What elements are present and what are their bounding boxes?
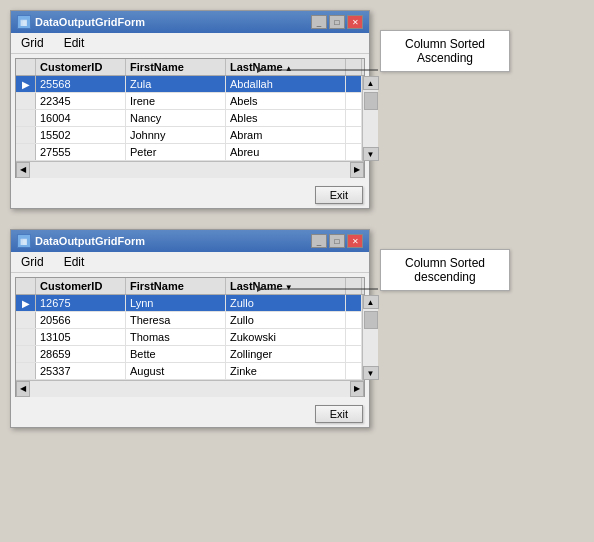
header-indicator-bottom (16, 278, 36, 294)
annotation-arrow-top (250, 55, 380, 115)
menu-bar-top: Grid Edit (11, 33, 369, 54)
cell-firstname: Theresa (126, 312, 226, 328)
row-indicator (16, 363, 36, 379)
cell-id: 25568 (36, 76, 126, 92)
cell-id: 15502 (36, 127, 126, 143)
cell-pad (346, 144, 362, 160)
row-indicator (16, 93, 36, 109)
cell-id: 28659 (36, 346, 126, 362)
cell-firstname: Thomas (126, 329, 226, 345)
cell-pad (346, 363, 362, 379)
table-row[interactable]: 28659 Bette Zollinger (16, 346, 362, 363)
exit-btn-bottom[interactable]: Exit (315, 405, 363, 423)
cell-id: 27555 (36, 144, 126, 160)
row-indicator: ▶ (16, 76, 36, 92)
exit-btn-top[interactable]: Exit (315, 186, 363, 204)
menu-edit-top[interactable]: Edit (58, 35, 91, 51)
scrollbar-h-bottom[interactable]: ◀ ▶ (16, 380, 364, 396)
bottom-window-group: ▦ DataOutputGridForm _ □ ✕ Grid Edit (10, 229, 584, 428)
scroll-track-h-bottom (30, 381, 350, 397)
row-indicator (16, 312, 36, 328)
window-icon-bottom: ▦ (17, 234, 31, 248)
menu-grid-bottom[interactable]: Grid (15, 254, 50, 270)
table-row[interactable]: 15502 Johnny Abram (16, 127, 362, 144)
scrollbar-h-top[interactable]: ◀ ▶ (16, 161, 364, 177)
minimize-btn-bottom[interactable]: _ (311, 234, 327, 248)
close-btn-top[interactable]: ✕ (347, 15, 363, 29)
footer-bottom: Exit (11, 401, 369, 427)
cell-lastname: Abreu (226, 144, 346, 160)
menu-grid-top[interactable]: Grid (15, 35, 50, 51)
cell-id: 20566 (36, 312, 126, 328)
scroll-right-btn-bottom[interactable]: ▶ (350, 381, 364, 397)
top-window-group: ▦ DataOutputGridForm _ □ ✕ Grid Edit (10, 10, 584, 209)
cell-id: 22345 (36, 93, 126, 109)
cell-firstname: Lynn (126, 295, 226, 311)
cell-id: 13105 (36, 329, 126, 345)
cell-firstname: Peter (126, 144, 226, 160)
annotation-arrow-bottom (250, 274, 380, 334)
annotation-top: Column Sorted Ascending (380, 30, 510, 72)
header-customerid-bottom[interactable]: CustomerID (36, 278, 126, 294)
title-bar-top: ▦ DataOutputGridForm _ □ ✕ (11, 11, 369, 33)
screenshot-area: ▦ DataOutputGridForm _ □ ✕ Grid Edit (10, 10, 584, 428)
menu-edit-bottom[interactable]: Edit (58, 254, 91, 270)
row-indicator (16, 144, 36, 160)
scroll-left-btn-bottom[interactable]: ◀ (16, 381, 30, 397)
maximize-btn-bottom[interactable]: □ (329, 234, 345, 248)
scroll-down-btn-bottom[interactable]: ▼ (363, 366, 379, 380)
cell-id: 12675 (36, 295, 126, 311)
close-btn-bottom[interactable]: ✕ (347, 234, 363, 248)
cell-id: 16004 (36, 110, 126, 126)
annotation-box-bottom: Column Sorted descending (380, 249, 510, 291)
window-icon-top: ▦ (17, 15, 31, 29)
cell-firstname: Irene (126, 93, 226, 109)
footer-top: Exit (11, 182, 369, 208)
cell-lastname: Zinke (226, 363, 346, 379)
row-indicator (16, 329, 36, 345)
header-firstname-top[interactable]: FirstName (126, 59, 226, 75)
table-row[interactable]: 25337 August Zinke (16, 363, 362, 380)
cell-firstname: Johnny (126, 127, 226, 143)
window-title-bottom: DataOutputGridForm (35, 235, 145, 247)
cell-pad (346, 346, 362, 362)
scroll-left-btn-top[interactable]: ◀ (16, 162, 30, 178)
menu-bar-bottom: Grid Edit (11, 252, 369, 273)
row-indicator: ▶ (16, 295, 36, 311)
cell-firstname: August (126, 363, 226, 379)
cell-firstname: Zula (126, 76, 226, 92)
cell-lastname: Zollinger (226, 346, 346, 362)
annotation-text-bottom: Column Sorted descending (405, 256, 485, 284)
header-firstname-bottom[interactable]: FirstName (126, 278, 226, 294)
maximize-btn-top[interactable]: □ (329, 15, 345, 29)
scroll-track-h-top (30, 162, 350, 178)
cell-firstname: Bette (126, 346, 226, 362)
row-indicator (16, 127, 36, 143)
header-customerid-top[interactable]: CustomerID (36, 59, 126, 75)
cell-id: 25337 (36, 363, 126, 379)
minimize-btn-top[interactable]: _ (311, 15, 327, 29)
annotation-box-top: Column Sorted Ascending (380, 30, 510, 72)
annotation-text-top: Column Sorted Ascending (405, 37, 485, 65)
annotation-bottom: Column Sorted descending (380, 249, 510, 291)
title-bar-bottom: ▦ DataOutputGridForm _ □ ✕ (11, 230, 369, 252)
header-indicator-top (16, 59, 36, 75)
row-indicator (16, 346, 36, 362)
scroll-down-btn-top[interactable]: ▼ (363, 147, 379, 161)
cell-firstname: Nancy (126, 110, 226, 126)
scroll-right-btn-top[interactable]: ▶ (350, 162, 364, 178)
window-title-top: DataOutputGridForm (35, 16, 145, 28)
row-indicator (16, 110, 36, 126)
cell-lastname: Abram (226, 127, 346, 143)
table-row[interactable]: 27555 Peter Abreu (16, 144, 362, 161)
cell-pad (346, 127, 362, 143)
